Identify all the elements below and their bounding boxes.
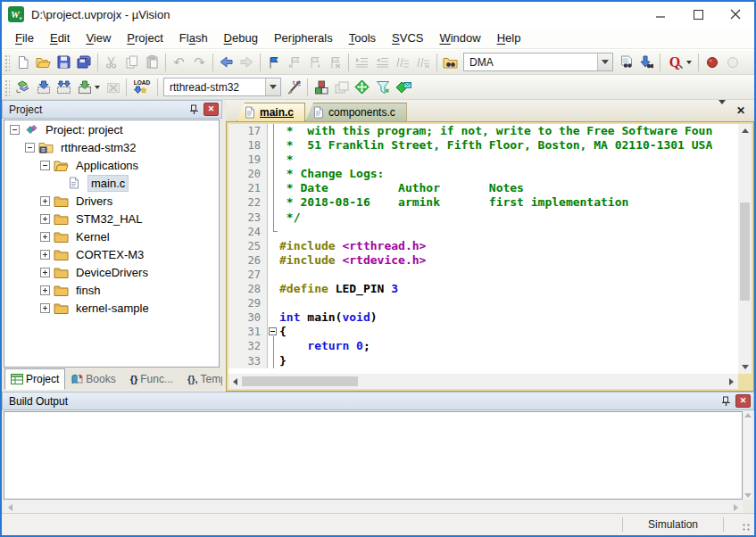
- select-software-packs-button[interactable]: [372, 77, 393, 97]
- code-line-17[interactable]: 17 * with this program; if not, write to…: [228, 124, 738, 138]
- code-line-20[interactable]: 20 * Change Logs:: [228, 167, 738, 181]
- insert-breakpoint-button[interactable]: [702, 52, 722, 72]
- menu-debug[interactable]: Debug: [216, 28, 266, 48]
- resize-grip[interactable]: [724, 514, 754, 535]
- find-button[interactable]: [616, 52, 636, 72]
- expand-icon[interactable]: [40, 196, 50, 206]
- menu-flash[interactable]: Flash: [171, 28, 216, 48]
- paste-button[interactable]: [142, 52, 162, 72]
- build-output-close-icon[interactable]: ✕: [735, 394, 751, 408]
- build-scroll-right-icon[interactable]: [729, 500, 743, 514]
- tree-item-cortex-m3[interactable]: CORTEX-M3: [4, 245, 219, 263]
- close-document-icon[interactable]: ✕: [736, 105, 745, 116]
- code-line-22[interactable]: 22 * 2018-08-16 armink first implementat…: [228, 195, 738, 210]
- tab-components-c[interactable]: components.c: [305, 103, 407, 121]
- options-for-target-button[interactable]: [284, 77, 304, 97]
- download-button[interactable]: LOAD: [129, 77, 154, 97]
- menu-tools[interactable]: Tools: [341, 28, 384, 48]
- menu-file[interactable]: File: [7, 28, 42, 48]
- collapse-icon[interactable]: [10, 125, 20, 135]
- save-button[interactable]: [54, 52, 74, 72]
- toolbar-grip[interactable]: [4, 54, 10, 71]
- code-line-23[interactable]: 23 */: [228, 211, 738, 225]
- code-line-26[interactable]: 26#include <rtdevice.h>: [228, 253, 738, 268]
- tab-functions[interactable]: {} Func...: [124, 368, 179, 390]
- tree-item-drivers[interactable]: Drivers: [4, 192, 219, 210]
- menu-edit[interactable]: Edit: [42, 28, 78, 48]
- close-button[interactable]: [717, 2, 754, 27]
- menu-view[interactable]: View: [78, 28, 119, 48]
- code-line-29[interactable]: 29: [228, 296, 738, 310]
- tree-item-kernel-sample[interactable]: kernel-sample: [4, 299, 219, 317]
- fold-collapse-icon[interactable]: [268, 325, 279, 339]
- expand-icon[interactable]: [40, 285, 50, 295]
- find-in-files-button[interactable]: [440, 52, 461, 72]
- save-all-button[interactable]: [74, 52, 95, 72]
- menu-peripherals[interactable]: Peripherals: [266, 28, 341, 48]
- expand-icon[interactable]: [40, 268, 50, 277]
- scroll-right-icon[interactable]: [725, 375, 738, 388]
- code-line-28[interactable]: 28#define LED_PIN 3: [228, 282, 738, 296]
- maximize-button[interactable]: [679, 2, 717, 27]
- manage-components-button[interactable]: [311, 77, 331, 97]
- code-line-21[interactable]: 21 * Date Author Notes: [228, 181, 738, 195]
- scroll-left-icon[interactable]: [228, 375, 242, 388]
- toolbar-grip-2[interactable]: [4, 78, 10, 96]
- search-combobox[interactable]: DMA: [463, 53, 613, 71]
- build-output-vscroll[interactable]: [744, 411, 752, 500]
- build-output-hscroll[interactable]: [4, 500, 743, 514]
- search-combobox-value[interactable]: DMA: [464, 56, 597, 69]
- stop-build-button[interactable]: [103, 77, 123, 97]
- enable-disable-breakpoint-button[interactable]: [722, 52, 743, 72]
- batch-build-button[interactable]: [74, 77, 103, 97]
- tree-item-stm32-hal[interactable]: STM32_HAL: [4, 210, 219, 227]
- tree-item-kernel[interactable]: Kernel: [4, 227, 219, 245]
- minimize-button[interactable]: [642, 2, 679, 27]
- quick-search-button[interactable]: Q: [663, 52, 695, 72]
- cut-button[interactable]: [101, 52, 121, 72]
- translate-button[interactable]: [12, 77, 33, 97]
- target-select-combobox[interactable]: rtthread-stm32: [163, 78, 281, 96]
- build-output-content[interactable]: [4, 411, 743, 500]
- menu-help[interactable]: Help: [489, 28, 529, 48]
- menu-svcs[interactable]: SVCS: [384, 28, 431, 48]
- tab-books[interactable]: Books: [65, 368, 121, 390]
- expand-icon[interactable]: [40, 250, 50, 260]
- tree-item-devicedrivers[interactable]: DeviceDrivers: [4, 263, 219, 281]
- menu-window[interactable]: Window: [431, 28, 488, 48]
- comment-selection-button[interactable]: [393, 52, 413, 72]
- collapse-icon[interactable]: [25, 143, 35, 153]
- build-scroll-left-icon[interactable]: [4, 500, 17, 514]
- target-combobox-value[interactable]: rtthread-stm32: [164, 81, 265, 94]
- open-file-button[interactable]: [33, 52, 54, 72]
- code-line-32[interactable]: 32 return 0;: [228, 339, 738, 353]
- next-bookmark-button[interactable]: [304, 52, 325, 72]
- redo-button[interactable]: ↷: [189, 52, 210, 72]
- build-button[interactable]: [33, 77, 54, 97]
- vscroll-thumb[interactable]: [740, 202, 750, 301]
- manage-rte-button[interactable]: [352, 77, 372, 97]
- editor-vertical-scrollbar[interactable]: [738, 124, 752, 374]
- tree-item-applications[interactable]: Applications: [4, 156, 219, 174]
- indent-button[interactable]: [352, 52, 372, 72]
- tree-item-main-c[interactable]: main.c: [4, 174, 219, 192]
- code-line-30[interactable]: 30int main(void): [228, 310, 738, 325]
- expand-icon[interactable]: [40, 232, 50, 242]
- toggle-bookmark-button[interactable]: [263, 52, 284, 72]
- code-line-33[interactable]: 33}: [228, 354, 738, 368]
- navigate-back-button[interactable]: [216, 52, 237, 72]
- search-combobox-dropdown[interactable]: [597, 54, 612, 70]
- project-pin-icon[interactable]: [187, 103, 202, 116]
- expand-icon[interactable]: [40, 214, 50, 224]
- code-line-18[interactable]: 18 * 51 Franklin Street, Fifth Floor, Bo…: [228, 138, 738, 153]
- copy-button[interactable]: [121, 52, 142, 72]
- prev-bookmark-button[interactable]: [284, 52, 304, 72]
- tree-item-rtthread-stm32[interactable]: rtthread-stm32: [4, 138, 219, 156]
- hscroll-thumb[interactable]: [242, 376, 358, 386]
- undo-button[interactable]: ↶: [169, 52, 189, 72]
- code-line-27[interactable]: 27: [228, 268, 738, 282]
- build-scroll-down-icon[interactable]: [744, 493, 752, 498]
- build-output-pin-icon[interactable]: [719, 394, 734, 408]
- tree-item-project-project[interactable]: Project: project: [4, 120, 219, 138]
- project-close-icon[interactable]: ✕: [204, 103, 219, 116]
